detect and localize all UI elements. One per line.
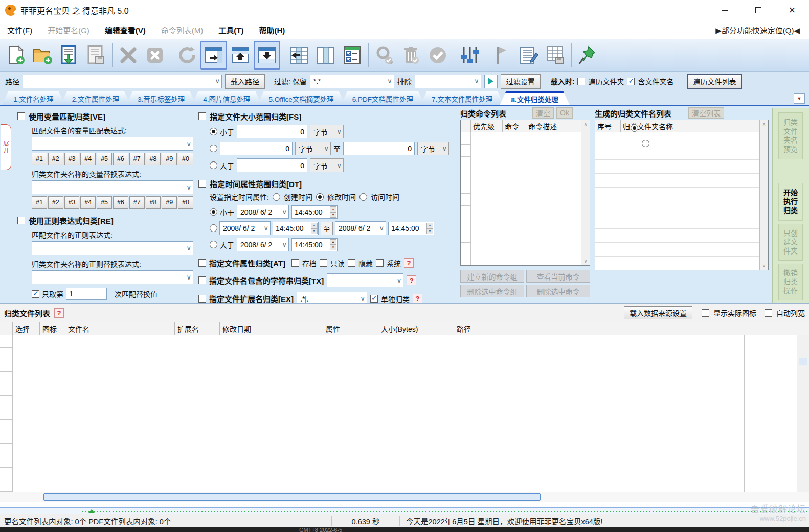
include-folder-name-checkbox[interactable] <box>627 78 635 85</box>
var-button-7[interactable]: #7 <box>129 153 145 165</box>
attr-help-button[interactable]: ? <box>404 258 414 268</box>
size-less-radio[interactable] <box>210 128 217 135</box>
refresh-button[interactable] <box>174 41 200 70</box>
traverse-file-list-button[interactable]: 遍历文件列表 <box>687 74 742 89</box>
minimize-button[interactable] <box>708 0 741 20</box>
var-button-2[interactable]: #2 <box>48 153 63 165</box>
load-file-list-button[interactable] <box>56 41 83 70</box>
ve-replace-combobox[interactable] <box>32 180 193 194</box>
use-variable-checkbox[interactable] <box>17 112 25 120</box>
new-file-button[interactable] <box>3 41 30 70</box>
var-button-1[interactable]: #1 <box>32 153 47 165</box>
open-folder-button[interactable] <box>30 41 56 70</box>
file-table-hscrollbar[interactable] <box>0 492 809 502</box>
var-button-4[interactable]: #4 <box>80 153 96 165</box>
collapse-side-tab[interactable]: 展开 <box>1 124 11 170</box>
search-files-button[interactable] <box>371 41 398 70</box>
tab-image-info[interactable]: 4.图片信息处理 <box>192 91 261 105</box>
filter-settings-button[interactable]: 过滤设置 <box>501 74 541 89</box>
time-greater-date-picker[interactable]: 2008/ 6/ 2 <box>237 238 289 251</box>
menu-item-help[interactable]: 帮助(H) <box>259 25 285 35</box>
delete-all-button[interactable] <box>142 41 168 70</box>
hscroll-thumb[interactable] <box>43 493 541 501</box>
size-from-input[interactable] <box>220 142 293 155</box>
menu-item-tools[interactable]: 工具(T) <box>218 25 243 35</box>
size-to-input[interactable] <box>343 142 415 155</box>
path-combobox[interactable] <box>23 75 222 88</box>
edit-list-button[interactable] <box>515 41 542 70</box>
load-path-button[interactable]: 载入路径 <box>225 74 265 89</box>
contain-string-combobox[interactable] <box>327 273 403 287</box>
var-button-3[interactable]: #3 <box>64 153 80 165</box>
column-move-left-button[interactable] <box>286 41 312 70</box>
var-button-3b[interactable]: #3 <box>64 196 80 209</box>
adjust-settings-button[interactable] <box>457 41 483 70</box>
tab-file-attr[interactable]: 2.文件属性处理 <box>61 91 130 105</box>
file-col-attributes[interactable]: 属性 <box>323 322 378 335</box>
tab-pdf-attr[interactable]: 6.PDF文档属性处理 <box>341 91 424 105</box>
column-view-button[interactable] <box>312 41 339 70</box>
time-modified-radio[interactable] <box>316 193 324 201</box>
load-data-source-button[interactable]: 载入数据来源设置 <box>624 306 692 319</box>
filter-keep-combobox[interactable]: *.* <box>310 75 394 88</box>
quick-locate-label[interactable]: ▶部分功能快速定位(Q)◀ <box>715 25 800 35</box>
time-greater-time-spinner[interactable]: 14:45:00 <box>291 238 338 251</box>
tab-office-summary[interactable]: 5.Office文档摘要处理 <box>258 91 345 105</box>
spinner-arrows-icon[interactable] <box>311 223 318 234</box>
tab-filename[interactable]: 1.文件名处理 <box>2 91 65 105</box>
file-col-select[interactable]: 选择 <box>13 322 40 335</box>
attr-system-checkbox[interactable] <box>376 259 384 267</box>
command-col-command[interactable]: 命令 <box>503 120 526 132</box>
create-folders-only-button[interactable]: 只创建文件夹 <box>778 224 803 261</box>
size-from-unit-combobox[interactable]: 字节 <box>295 142 331 155</box>
contain-string-checkbox[interactable] <box>198 276 206 284</box>
gen-col-folder-name[interactable]: 归类文件夹名称 <box>621 120 768 132</box>
flag-button[interactable] <box>489 41 515 70</box>
file-col-modified-date[interactable]: 修改日期 <box>220 322 323 335</box>
menu-item-edit-view[interactable]: 编辑查看(V) <box>105 25 146 35</box>
command-col-priority[interactable]: 优先级 <box>471 120 503 132</box>
time-less-radio[interactable] <box>210 208 217 216</box>
ve-match-combobox[interactable] <box>32 137 193 151</box>
option-checklist-button[interactable] <box>339 41 366 70</box>
var-button-6[interactable]: #6 <box>113 153 128 165</box>
var-button-0b[interactable]: #0 <box>178 196 193 209</box>
delete-selected-button[interactable] <box>115 41 142 70</box>
size-less-input[interactable] <box>237 125 307 138</box>
file-col-size[interactable]: 大小(Bytes) <box>378 322 454 335</box>
attr-readonly-checkbox[interactable] <box>320 259 327 267</box>
delete-command-button[interactable]: 删除选中命令 <box>526 285 590 297</box>
preview-folder-names-button[interactable]: 归类文件夹名预览 <box>778 112 803 159</box>
file-list-help-button[interactable]: ? <box>54 308 64 318</box>
var-button-2b[interactable]: #2 <box>48 196 63 209</box>
var-button-7b[interactable]: #7 <box>129 196 145 209</box>
re-match-combobox[interactable] <box>32 241 193 255</box>
tab-music-tag[interactable]: 3.音乐标签处理 <box>126 91 196 105</box>
scroll-down-icon[interactable] <box>760 262 768 270</box>
time-created-radio[interactable] <box>273 193 280 201</box>
command-clear-button[interactable]: 清空 <box>532 107 554 119</box>
table-save-button[interactable] <box>542 41 569 70</box>
time-between-radio[interactable] <box>210 224 217 232</box>
file-col-icon[interactable]: 图标 <box>40 322 65 335</box>
tab-text-attr[interactable]: 7.文本文件属性处理 <box>420 91 504 105</box>
scroll-up-icon[interactable] <box>581 120 590 128</box>
pin-button[interactable] <box>574 41 601 70</box>
show-real-icons-checkbox[interactable] <box>702 309 709 317</box>
filter-exclude-combobox[interactable] <box>415 75 481 88</box>
time-accessed-radio[interactable] <box>359 193 367 201</box>
delete-trash-button[interactable] <box>398 41 424 70</box>
time-less-time-spinner[interactable]: 14:45:00 <box>291 205 338 219</box>
use-regex-checkbox[interactable] <box>17 217 25 224</box>
spinner-arrows-icon[interactable] <box>426 223 433 234</box>
command-ok-button[interactable]: Ok <box>556 107 573 119</box>
var-button-6b[interactable]: #6 <box>113 196 128 209</box>
var-button-0[interactable]: #0 <box>178 153 193 165</box>
var-button-8[interactable]: #8 <box>146 153 161 165</box>
time-greater-radio[interactable] <box>210 241 217 248</box>
time-from-date-picker[interactable]: 2008/ 6/ 2 <box>219 221 271 235</box>
contain-string-help-button[interactable]: ? <box>407 275 416 285</box>
file-attr-checkbox[interactable] <box>198 259 206 267</box>
clear-list-button[interactable]: 清空列表 <box>688 107 724 119</box>
file-col-path[interactable]: 路径 <box>454 322 744 335</box>
